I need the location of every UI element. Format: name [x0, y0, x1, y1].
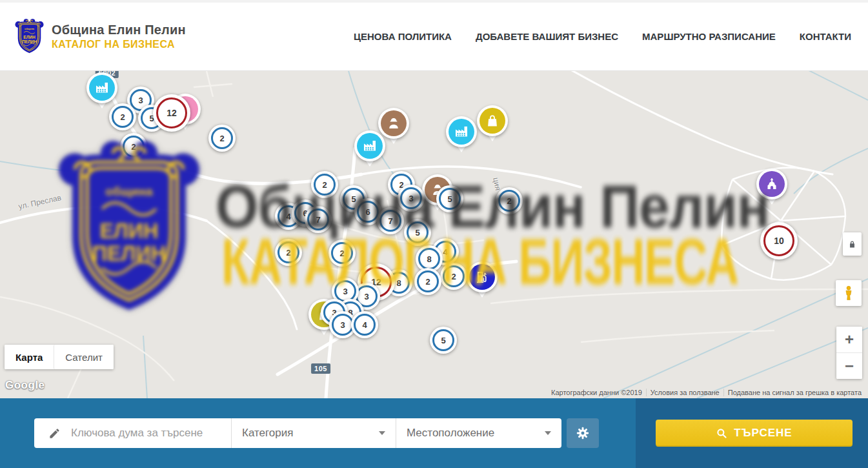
- search-bar: Категория Местоположение: [34, 418, 561, 448]
- map-cluster-marker[interactable]: 2: [109, 103, 136, 130]
- map-attribution: Картографски данни ©2019Условия за ползв…: [547, 389, 865, 396]
- map-cluster-marker[interactable]: 4: [351, 311, 378, 338]
- search-button-label: ТЪРСЕНЕ: [734, 427, 792, 440]
- lock-button[interactable]: [843, 232, 862, 256]
- map-cluster-marker[interactable]: 3: [398, 185, 425, 212]
- location-dropdown[interactable]: Местоположение: [396, 418, 561, 448]
- map-cluster-marker[interactable]: 2: [208, 125, 236, 152]
- map-cluster-marker[interactable]: 7: [305, 206, 332, 233]
- brand-text: Община Елин Пелин КАТАЛОГ НА БИЗНЕСА: [52, 23, 186, 50]
- pencil-icon: [48, 427, 61, 440]
- fuel-pin[interactable]: [465, 261, 499, 303]
- cluster-count: 3: [343, 287, 347, 296]
- map-cluster-marker[interactable]: 2: [120, 133, 147, 160]
- road-badge: 105: [311, 363, 330, 374]
- chevron-down-icon: [545, 431, 551, 435]
- map-data-attribution: Картографски данни ©2019: [547, 389, 646, 396]
- main-nav: ЦЕНОВА ПОЛИТИКАДОБАВЕТЕ ВАШИЯТ БИЗНЕСМАР…: [354, 31, 851, 42]
- report-map-error-link[interactable]: Подаване на сигнал за грешка в картата: [723, 389, 865, 396]
- search-panel-right: ТЪРСЕНЕ: [636, 398, 868, 468]
- cluster-count: 4: [286, 212, 290, 221]
- cluster-count: 2: [322, 180, 327, 190]
- map-cluster-marker[interactable]: 10: [760, 222, 798, 259]
- municipality-crest-logo: [14, 18, 45, 56]
- cluster-count: 7: [388, 216, 392, 226]
- cluster-count: 2: [339, 249, 344, 258]
- lock-icon: [847, 239, 857, 249]
- cluster-count: 5: [447, 194, 452, 204]
- site-title: Община Елин Пелин: [52, 23, 186, 37]
- map-cluster-marker[interactable]: 2: [440, 263, 467, 290]
- site-header: Община Елин Пелин КАТАЛОГ НА БИЗНЕСА ЦЕН…: [0, 0, 868, 71]
- zoom-control: + −: [836, 327, 862, 379]
- keyword-section: [34, 418, 231, 448]
- cluster-count: 3: [340, 320, 345, 330]
- chevron-down-icon: [379, 431, 385, 435]
- site-subtitle: КАТАЛОГ НА БИЗНЕСА: [52, 39, 186, 50]
- church-icon: [759, 171, 785, 197]
- cluster-count: 8: [396, 278, 401, 288]
- street-view-pegman-button[interactable]: [836, 280, 862, 306]
- factory-icon: [89, 75, 115, 101]
- advanced-search-button[interactable]: [567, 418, 599, 448]
- cluster-count: 5: [351, 194, 356, 204]
- cluster-count: 2: [425, 277, 430, 287]
- map-cluster-marker[interactable]: 2: [275, 239, 302, 266]
- pegman-icon: [840, 285, 857, 301]
- location-dropdown-label: Местоположение: [407, 427, 494, 440]
- cluster-count: 4: [443, 247, 447, 257]
- fuel-icon: [469, 264, 495, 290]
- nav-item-pricing-policy[interactable]: ЦЕНОВА ПОЛИТИКА: [354, 31, 452, 42]
- map-canvas[interactable]: 6002105 ул. Преславбул. „Новоселция 3225…: [0, 71, 868, 398]
- keyword-search-input[interactable]: [70, 426, 221, 440]
- cluster-count: 3: [409, 194, 413, 203]
- search-icon: [716, 427, 727, 439]
- cluster-count: 2: [219, 134, 224, 143]
- cluster-count: 2: [507, 196, 511, 206]
- site-brand[interactable]: Община Елин Пелин КАТАЛОГ НА БИЗНЕСА: [14, 18, 186, 56]
- nav-item-add-your-business[interactable]: ДОБАВЕТЕ ВАШИЯТ БИЗНЕС: [476, 31, 618, 42]
- map-type-map-button[interactable]: Карта: [5, 345, 54, 369]
- map-type-satellite-button[interactable]: Сателит: [54, 345, 114, 369]
- map-type-control: Карта Сателит: [5, 345, 114, 369]
- map-cluster-marker[interactable]: 2: [414, 268, 441, 295]
- map-cluster-marker[interactable]: 5: [430, 327, 457, 354]
- cluster-count: 5: [415, 228, 419, 238]
- category-dropdown-label: Категория: [242, 427, 293, 440]
- cluster-count: 2: [451, 272, 456, 281]
- cluster-count: 2: [120, 112, 125, 122]
- map-cluster-marker[interactable]: 2: [496, 187, 523, 214]
- gear-icon: [576, 426, 590, 440]
- bag-pin[interactable]: [476, 105, 509, 147]
- nav-item-contacts[interactable]: КОНТАКТИ: [800, 31, 851, 42]
- map-cluster-marker[interactable]: 12: [153, 94, 190, 132]
- factory-pin[interactable]: [445, 116, 478, 158]
- factory-icon: [449, 119, 474, 145]
- church-pin[interactable]: [755, 168, 789, 210]
- map-cluster-marker[interactable]: 5: [436, 185, 463, 212]
- category-dropdown[interactable]: Категория: [231, 418, 396, 448]
- cluster-count: 10: [774, 236, 784, 246]
- map-cluster-marker[interactable]: 2: [328, 239, 356, 267]
- cluster-count: 8: [427, 254, 431, 264]
- cluster-count: 2: [286, 248, 290, 258]
- terms-link[interactable]: Условия за ползване: [646, 389, 723, 396]
- search-button[interactable]: ТЪРСЕНЕ: [656, 420, 853, 447]
- bag-icon: [479, 108, 505, 134]
- cluster-count: 4: [362, 320, 367, 330]
- cluster-count: 2: [131, 142, 136, 152]
- cluster-count: 3: [364, 292, 368, 301]
- factory-icon: [357, 133, 383, 159]
- google-logo[interactable]: Google: [5, 379, 45, 392]
- cluster-count: 7: [316, 215, 320, 225]
- zoom-in-button[interactable]: +: [836, 327, 862, 353]
- search-panel: ТЪРСЕНЕ Категория Местоположение: [0, 398, 868, 468]
- cluster-count: 12: [167, 108, 177, 118]
- zoom-out-button[interactable]: −: [836, 353, 862, 379]
- factory-pin[interactable]: [353, 130, 387, 172]
- map-cluster-marker[interactable]: 5: [404, 219, 431, 246]
- cluster-count: 3: [138, 96, 143, 105]
- map-cluster-marker[interactable]: 7: [377, 207, 404, 234]
- nav-item-transport-schedule[interactable]: МАРШРУТНО РАЗПИСАНИЕ: [642, 31, 776, 42]
- map-cluster-marker[interactable]: 2: [311, 171, 338, 198]
